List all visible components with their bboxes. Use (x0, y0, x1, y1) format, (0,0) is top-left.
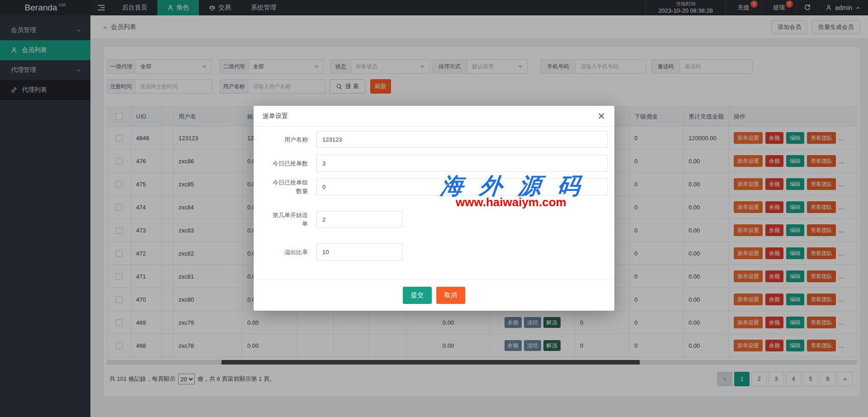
modal-input-1[interactable] (316, 155, 608, 172)
modal-footer: 提交 取消 (254, 279, 614, 311)
modal-field: 今日已抢单数 (254, 155, 614, 172)
modal-field: 溢出比率 (254, 243, 614, 261)
modal-input-3[interactable] (316, 211, 402, 228)
submit-button[interactable]: 提交 (403, 287, 432, 304)
modal-header: 派单设置 ✕ (254, 106, 614, 127)
modal-field-label: 第几单开始连单 (270, 211, 308, 228)
modal-title: 派单设置 (263, 112, 288, 120)
modal-body: 用户名称今日已抢单数今日已抢单组数量第几单开始连单溢出比率 (254, 127, 614, 261)
modal-input-0[interactable] (316, 131, 608, 148)
modal-field-label: 用户名称 (270, 135, 308, 144)
modal-input-2[interactable] (316, 178, 608, 195)
modal-field-label: 溢出比率 (270, 248, 308, 256)
modal-field-label: 今日已抢单数 (270, 159, 308, 168)
app-window: Beranda V20 后台首页角色交易系统管理 当地时间 2023-10-20… (0, 0, 868, 417)
modal-input-4[interactable] (316, 243, 402, 261)
modal-field: 用户名称 (254, 131, 614, 148)
cancel-button[interactable]: 取消 (436, 287, 465, 304)
close-icon[interactable]: ✕ (597, 111, 605, 121)
modal-field: 今日已抢单组数量 (254, 178, 614, 195)
modal-field-label: 今日已抢单组数量 (270, 178, 308, 195)
dispatch-settings-modal: 派单设置 ✕ 用户名称今日已抢单数今日已抢单组数量第几单开始连单溢出比率 提交 … (254, 106, 614, 311)
modal-field: 第几单开始连单 (254, 211, 614, 228)
